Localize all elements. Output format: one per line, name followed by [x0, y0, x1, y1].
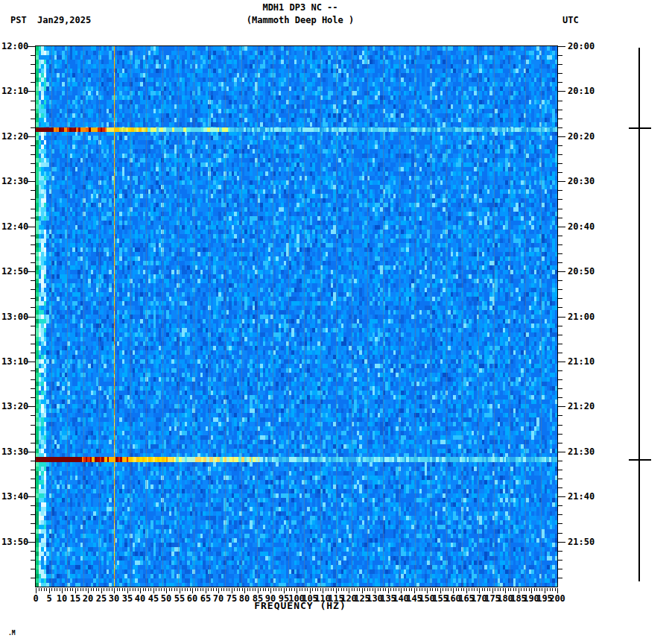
freq-tick-minor	[338, 588, 339, 591]
freq-tick-major	[101, 588, 102, 593]
time-tick-minor	[558, 154, 562, 155]
freq-tick-minor	[482, 588, 483, 591]
time-tick-minor	[558, 569, 562, 569]
time-tick-minor	[558, 353, 562, 353]
time-tick-minor	[558, 425, 562, 426]
freq-tick-minor	[463, 588, 464, 591]
freq-tick-minor	[250, 588, 250, 591]
time-tick-minor	[558, 578, 562, 578]
freq-tick-major	[440, 588, 441, 593]
freq-tick-major	[453, 588, 454, 593]
time-tick-minor	[558, 64, 562, 65]
time-tick-minor	[31, 119, 35, 119]
freq-tick-minor	[130, 588, 130, 591]
freq-tick-minor	[216, 588, 217, 591]
freq-tick-minor	[57, 588, 57, 591]
time-label-utc: 21:50	[568, 537, 595, 547]
time-tick-major	[558, 406, 565, 407]
time-label-utc: 21:20	[568, 401, 595, 411]
time-tick-minor	[558, 397, 562, 398]
freq-tick-minor	[432, 588, 433, 591]
time-tick-minor	[558, 505, 562, 506]
freq-tick-minor	[70, 588, 71, 591]
freq-tick-minor	[72, 588, 73, 591]
freq-tick-minor	[487, 588, 488, 591]
freq-tick-minor	[443, 588, 443, 591]
freq-tick-minor	[510, 588, 511, 591]
freq-tick-minor	[555, 588, 556, 591]
freq-tick-major	[310, 588, 311, 593]
freq-tick-major	[88, 588, 89, 593]
time-tick-minor	[558, 145, 562, 146]
timezone-left-label: PST	[10, 15, 27, 25]
freq-tick-minor	[171, 588, 172, 591]
freq-tick-major	[336, 588, 337, 593]
freq-tick-minor	[346, 588, 347, 591]
freq-tick-minor	[60, 588, 60, 591]
time-tick-minor	[558, 487, 562, 488]
freq-tick-major	[362, 588, 363, 593]
freq-tick-minor	[516, 588, 516, 591]
time-tick-minor	[31, 218, 35, 218]
freq-tick-minor	[383, 588, 384, 591]
time-label-pst: 13:30	[1, 446, 28, 457]
time-tick-minor	[558, 199, 562, 200]
time-tick-minor	[558, 163, 562, 164]
freq-tick-major	[49, 588, 50, 593]
freq-tick-minor	[461, 588, 462, 591]
time-tick-major	[28, 496, 35, 497]
freq-tick-minor	[187, 588, 188, 591]
time-label-pst: 12:20	[1, 131, 28, 142]
freq-tick-minor	[177, 588, 177, 591]
freq-tick-major	[62, 588, 63, 593]
time-tick-minor	[31, 236, 35, 236]
time-tick-minor	[558, 443, 562, 443]
freq-tick-minor	[185, 588, 186, 591]
time-tick-minor	[558, 479, 562, 479]
freq-tick-minor	[422, 588, 422, 591]
time-tick-minor	[31, 253, 35, 254]
time-tick-major	[558, 496, 565, 497]
freq-tick-minor	[430, 588, 431, 591]
time-tick-minor	[31, 244, 35, 245]
freq-tick-minor	[133, 588, 133, 591]
freq-tick-minor	[425, 588, 425, 591]
time-tick-minor	[31, 578, 35, 578]
freq-tick-major	[545, 588, 545, 593]
freq-tick-major	[180, 588, 180, 593]
time-tick-major	[28, 46, 35, 47]
freq-tick-minor	[448, 588, 448, 591]
freq-tick-minor	[260, 588, 261, 591]
freq-tick-minor	[489, 588, 490, 591]
freq-tick-minor	[299, 588, 300, 591]
page-subtitle: (Mammoth Deep Hole )	[36, 15, 565, 25]
freq-tick-minor	[542, 588, 542, 591]
time-tick-minor	[558, 110, 562, 110]
time-tick-minor	[558, 551, 562, 552]
freq-tick-major	[270, 588, 271, 593]
freq-tick-minor	[399, 588, 399, 591]
freq-tick-major	[427, 588, 428, 593]
page-title: MDH1 DP3 NC --	[36, 2, 565, 13]
freq-tick-minor	[124, 588, 125, 591]
time-tick-minor	[558, 379, 562, 380]
freq-tick-minor	[409, 588, 410, 591]
time-tick-minor	[558, 523, 562, 524]
freq-tick-minor	[305, 588, 305, 591]
time-label-pst: 12:10	[1, 86, 28, 96]
freq-tick-minor	[380, 588, 381, 591]
freq-tick-minor	[536, 588, 537, 591]
freq-tick-minor	[437, 588, 438, 591]
time-tick-major	[558, 227, 565, 227]
freq-tick-major	[492, 588, 493, 593]
time-tick-minor	[31, 434, 35, 435]
freq-tick-major	[166, 588, 167, 593]
time-tick-minor	[558, 298, 562, 299]
spectrogram-canvas	[36, 46, 557, 587]
freq-tick-minor	[521, 588, 522, 591]
time-tick-minor	[31, 560, 35, 561]
freq-tick-minor	[411, 588, 412, 591]
freq-tick-minor	[333, 588, 334, 591]
freq-tick-major	[218, 588, 219, 593]
freq-tick-major	[153, 588, 154, 593]
